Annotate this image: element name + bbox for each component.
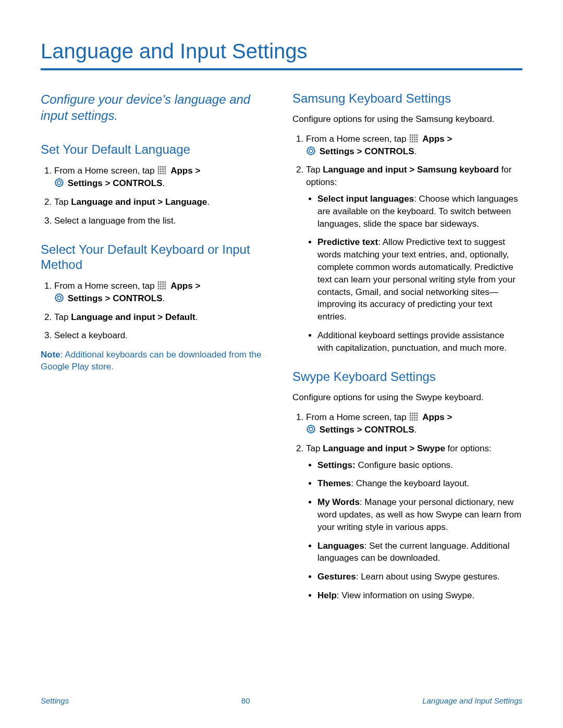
apps-label: Apps > <box>422 134 452 144</box>
page-footer: Settings 80 Language and Input Settings <box>0 696 563 705</box>
columns: Configure your device's language and inp… <box>41 91 522 608</box>
left-column: Configure your device's language and inp… <box>41 91 271 608</box>
title-rule <box>41 68 522 70</box>
note-additional-keyboards: Note: Additional keyboards can be downlo… <box>41 349 271 373</box>
text: Additional keyboard settings provide ass… <box>317 330 507 353</box>
apps-label: Apps > <box>170 166 200 176</box>
note-label: Note <box>41 350 60 360</box>
list-item: Tap Language and input > Swype for optio… <box>306 442 522 602</box>
lead-samsung: Configure options for using the Samsung … <box>292 114 522 126</box>
list-item: Predictive text: Allow Predictive text t… <box>317 236 522 323</box>
footer-left: Settings <box>41 696 69 705</box>
settings-icon <box>307 425 315 434</box>
list-item: My Words: Manage your personal dictionar… <box>317 496 522 533</box>
list-item: Help: View information on using Swype. <box>317 589 522 602</box>
steps-samsung-keyboard: From a Home screen, tap Apps > Settings … <box>292 133 522 354</box>
list-item: Select a language from the list. <box>54 215 271 227</box>
settings-icon <box>307 146 315 155</box>
text: Select input languages <box>317 194 414 204</box>
list-item: Select input languages: Choose which lan… <box>317 193 522 230</box>
text: Themes <box>317 478 351 488</box>
text: Help <box>317 590 337 600</box>
footer-right: Language and Input Settings <box>422 696 522 705</box>
text: From a Home screen, tap <box>306 412 409 422</box>
text: From a Home screen, tap <box>54 166 157 176</box>
apps-label: Apps > <box>422 412 452 422</box>
text: for options: <box>445 443 492 453</box>
list-item: Additional keyboard settings provide ass… <box>317 329 522 354</box>
text: : View information on using Swype. <box>337 590 474 600</box>
text: Configure basic options. <box>356 460 453 470</box>
list-item: Select a keyboard. <box>54 329 271 342</box>
list-item: Tap Language and input > Language. <box>54 196 271 208</box>
steps-set-default-language: From a Home screen, tap Apps > Settings … <box>41 165 271 227</box>
text: From a Home screen, tap <box>54 281 157 291</box>
heading-set-default-language: Set Your Default Language <box>41 142 271 157</box>
list-item: From a Home screen, tap Apps > Settings … <box>306 411 522 436</box>
text: . <box>163 178 165 188</box>
text: . <box>207 197 210 207</box>
text: My Words <box>317 497 360 507</box>
list-item: Gestures: Learn about using Swype gestur… <box>317 571 522 583</box>
apps-icon <box>409 412 418 421</box>
swype-options: Settings: Configure basic options. Theme… <box>306 459 522 602</box>
heading-swype-keyboard: Swype Keyboard Settings <box>292 369 522 385</box>
list-item: Themes: Change the keyboard layout. <box>317 477 522 490</box>
list-item: Settings: Configure basic options. <box>317 459 522 472</box>
steps-swype-keyboard: From a Home screen, tap Apps > Settings … <box>292 411 522 602</box>
text: Tap <box>306 165 323 175</box>
right-column: Samsung Keyboard Settings Configure opti… <box>292 91 522 608</box>
settings-icon <box>55 178 64 187</box>
list-item: Tap Language and input > Samsung keyboar… <box>306 164 522 354</box>
text: . <box>195 312 198 322</box>
text: Language and input > Samsung keyboard <box>323 165 499 175</box>
settings-controls-label: Settings > CONTROLS <box>320 425 414 435</box>
text: . <box>414 146 417 156</box>
text: : Change the keyboard layout. <box>351 478 469 488</box>
text: . <box>163 293 165 303</box>
list-item: From a Home screen, tap Apps > Settings … <box>54 280 271 305</box>
text: : Learn about using Swype gestures. <box>356 572 500 582</box>
text: Predictive text <box>317 237 378 247</box>
text: Gestures <box>317 572 356 582</box>
document-page: Language and Input Settings Configure yo… <box>0 0 563 728</box>
list-item: From a Home screen, tap Apps > Settings … <box>306 133 522 158</box>
heading-select-default-keyboard: Select Your Default Keyboard or Input Me… <box>41 242 271 273</box>
heading-samsung-keyboard: Samsung Keyboard Settings <box>292 91 522 106</box>
text: Language and input > Swype <box>323 443 445 453</box>
apps-label: Apps > <box>170 281 200 291</box>
text: Settings: <box>317 460 356 470</box>
list-item: Languages: Set the current language. Add… <box>317 540 522 565</box>
list-item: Tap Language and input > Default. <box>54 311 271 324</box>
footer-page-number: 80 <box>241 696 250 705</box>
intro-text: Configure your device's language and inp… <box>41 91 271 124</box>
settings-controls-label: Settings > CONTROLS <box>320 146 414 156</box>
text: From a Home screen, tap <box>306 134 409 144</box>
apps-icon <box>409 134 418 143</box>
text: Tap <box>306 443 323 453</box>
text: Tap <box>54 312 71 322</box>
apps-icon <box>157 166 166 175</box>
list-item: From a Home screen, tap Apps > Settings … <box>54 165 271 190</box>
settings-controls-label: Settings > CONTROLS <box>68 178 163 188</box>
apps-icon <box>157 281 166 290</box>
settings-icon <box>55 293 64 302</box>
note-text: : Additional keyboards can be downloaded… <box>41 350 261 372</box>
text: Tap <box>54 197 71 207</box>
text: . <box>414 425 417 435</box>
text: : Allow Predictive text to suggest words… <box>317 237 516 322</box>
text: Language and input > Language <box>71 197 207 207</box>
settings-controls-label: Settings > CONTROLS <box>68 293 163 303</box>
page-title: Language and Input Settings <box>41 40 522 63</box>
text: Language and input > Default <box>71 312 195 322</box>
samsung-options: Select input languages: Choose which lan… <box>306 193 522 354</box>
lead-swype: Configure options for using the Swype ke… <box>292 392 522 404</box>
steps-select-default-keyboard: From a Home screen, tap Apps > Settings … <box>41 280 271 342</box>
text: Languages <box>317 541 364 551</box>
